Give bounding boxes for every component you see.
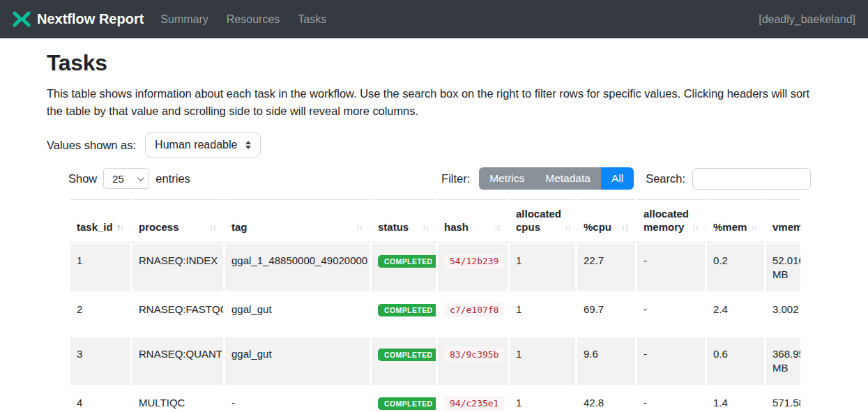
filter-label: Filter: <box>441 172 470 185</box>
table-header-row: task_id↑↓process↑↓tag↑↓status↑↓hash↑↓all… <box>70 199 800 243</box>
column-label: vmem <box>772 220 800 234</box>
cell-pct_mem: 1.4 <box>707 386 764 412</box>
column-label: task_id <box>77 220 113 234</box>
values-format-select[interactable]: Human readable <box>145 132 261 158</box>
table-body: 1RNASEQ:INDEXggal_1_48850000_49020000COM… <box>70 244 800 412</box>
cell-status: COMPLETED <box>372 244 436 291</box>
hash-code: 54/12b239 <box>444 254 504 268</box>
search-input[interactable] <box>692 168 811 190</box>
nav-item-summary[interactable]: Summary <box>160 13 208 26</box>
column-header-allocated_cpus[interactable]: allocated cpus↑↓ <box>510 199 575 243</box>
nav-item-resources[interactable]: Resources <box>227 13 280 26</box>
cell-allocated_cpus: 1 <box>510 386 575 412</box>
hash-code: c7/e107f8 <box>444 303 504 317</box>
column-header-pct_mem[interactable]: %mem↑↓ <box>707 199 764 243</box>
cell-allocated_memory: - <box>637 293 705 336</box>
column-label: %cpu <box>584 220 611 234</box>
cell-allocated_cpus: 1 <box>510 244 575 291</box>
column-header-allocated_memory[interactable]: allocated memory↑↓ <box>637 199 705 243</box>
cell-process: RNASEQ:QUANT <box>132 337 223 385</box>
main-content: Tasks This table shows information about… <box>0 38 868 412</box>
cell-allocated_memory: - <box>637 337 705 385</box>
values-shown-label: Values shown as: <box>47 139 136 152</box>
search-label: Search: <box>646 172 685 185</box>
column-label: status <box>378 220 409 234</box>
cell-allocated_memory: - <box>637 386 705 412</box>
column-label: tag <box>231 220 248 234</box>
search-control: Search: <box>646 168 811 190</box>
nav-item-tasks[interactable]: Tasks <box>298 13 326 26</box>
nextflow-logo-icon <box>13 11 31 27</box>
cell-process: RNASEQ:INDEX <box>132 244 223 291</box>
entries-selected: 25 <box>112 173 124 185</box>
cell-pct_mem: 2.4 <box>707 293 764 336</box>
cell-allocated_memory: - <box>637 244 705 291</box>
cell-task_id: 2 <box>70 293 130 336</box>
brand[interactable]: Nextflow Report <box>13 11 144 27</box>
cell-hash: 83/9c395b <box>438 337 508 385</box>
column-header-status[interactable]: status↑↓ <box>372 199 436 243</box>
cell-task_id: 1 <box>70 244 130 291</box>
hash-code: 94/c235e1 <box>444 396 504 411</box>
cell-hash: 94/c235e1 <box>438 386 508 412</box>
sort-arrows-icon: ↑↓ <box>116 220 124 234</box>
cell-status: COMPLETED <box>372 337 436 385</box>
entries-length-select[interactable]: 25 <box>103 168 149 189</box>
status-badge: COMPLETED <box>378 304 436 316</box>
column-header-vmem[interactable]: vmem↑↓ <box>766 199 800 243</box>
cell-vmem: 571.58 MB <box>766 386 800 412</box>
table-row: 2RNASEQ:FASTQCggal_gutCOMPLETEDc7/e107f8… <box>70 293 800 336</box>
filter-control: Filter: Metrics Metadata All <box>441 167 634 190</box>
column-header-tag[interactable]: tag↑↓ <box>225 199 370 243</box>
cell-hash: c7/e107f8 <box>438 293 508 336</box>
entries-control: Show 25 entries <box>68 168 190 189</box>
cell-task_id: 4 <box>70 386 130 412</box>
status-badge: COMPLETED <box>378 349 436 361</box>
page-description: This table shows information about each … <box>47 85 816 119</box>
column-label: allocated memory <box>644 207 689 234</box>
nav-links: Summary Resources Tasks <box>160 13 326 26</box>
cell-status: COMPLETED <box>372 386 436 412</box>
cell-status: COMPLETED <box>372 293 436 336</box>
cell-vmem: 52.016 MB <box>766 244 800 291</box>
sort-arrows-icon: ↑↓ <box>209 220 217 234</box>
table-scroll-area[interactable]: task_id↑↓process↑↓tag↑↓status↑↓hash↑↓all… <box>68 198 800 412</box>
dual-caret-icon <box>245 141 251 149</box>
navbar: Nextflow Report Summary Resources Tasks … <box>0 0 868 38</box>
cell-allocated_cpus: 1 <box>510 337 575 385</box>
column-header-hash[interactable]: hash↑↓ <box>438 199 508 243</box>
values-shown-row: Values shown as: Human readable <box>47 132 821 158</box>
table-row: 3RNASEQ:QUANTggal_gutCOMPLETED83/9c395b1… <box>70 337 800 385</box>
filter-button-metadata[interactable]: Metadata <box>535 167 601 190</box>
column-label: allocated cpus <box>516 207 561 234</box>
cell-process: RNASEQ:FASTQC <box>132 293 223 336</box>
table-row: 4MULTIQC-COMPLETED94/c235e1142.8-1.4571.… <box>70 386 800 412</box>
cell-task_id: 3 <box>70 337 130 385</box>
filter-button-metrics[interactable]: Metrics <box>479 167 535 190</box>
cell-tag: - <box>225 386 370 412</box>
values-format-selected: Human readable <box>155 139 237 151</box>
column-header-task_id[interactable]: task_id↑↓ <box>70 199 130 243</box>
datatable-wrapper: Show 25 entries Filter: Metrics Metadata… <box>68 167 811 412</box>
chevron-down-icon <box>137 174 144 181</box>
entries-prefix-label: Show <box>68 172 97 185</box>
table-controls: Show 25 entries Filter: Metrics Metadata… <box>68 167 811 190</box>
filter-button-group: Metrics Metadata All <box>479 167 634 190</box>
column-header-process[interactable]: process↑↓ <box>132 199 223 243</box>
cell-hash: 54/12b239 <box>438 244 508 291</box>
cell-allocated_cpus: 1 <box>510 293 575 336</box>
cell-pct_mem: 0.2 <box>707 244 764 291</box>
sort-arrows-icon: ↑↓ <box>692 220 699 234</box>
column-label: hash <box>444 220 469 234</box>
column-label: process <box>139 220 179 234</box>
cell-pct_cpu: 42.8 <box>577 386 635 412</box>
cell-tag: ggal_1_48850000_49020000 <box>225 244 370 291</box>
hash-code: 83/9c395b <box>444 347 504 362</box>
status-badge: COMPLETED <box>378 397 436 410</box>
cell-pct_cpu: 69.7 <box>577 293 635 336</box>
sort-arrows-icon: ↑↓ <box>356 220 363 234</box>
cell-pct_cpu: 9.6 <box>577 337 635 385</box>
cell-tag: ggal_gut <box>225 293 370 336</box>
column-header-pct_cpu[interactable]: %cpu↑↓ <box>577 199 635 243</box>
filter-button-all[interactable]: All <box>601 167 634 190</box>
